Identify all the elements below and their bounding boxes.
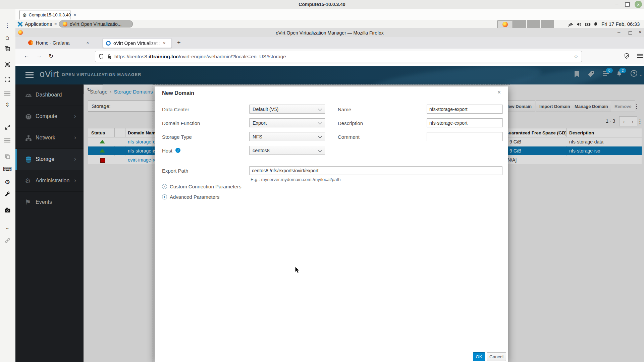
back-icon[interactable]: ← (24, 53, 30, 59)
ok-button[interactable]: OK (473, 352, 485, 361)
tab-ovirt[interactable]: oVirt Open Virtualization × (103, 38, 172, 48)
domain-function-label: Domain Function (162, 120, 200, 126)
menu-lines2-icon[interactable] (2, 136, 12, 145)
remote-window-titlebar: Compute15-10.0.3.40 – × (0, 0, 644, 9)
host-select[interactable]: centos8 (249, 146, 325, 155)
new-domain-dialog: New Domain × Data Center Default (V5) Do… (155, 86, 508, 362)
firefox-close-icon[interactable]: × (639, 29, 642, 35)
dialog-title: New Domain (162, 90, 194, 96)
description-label: Description (338, 120, 363, 126)
tray-app-button[interactable] (497, 20, 513, 28)
menu-lines-icon[interactable] (2, 89, 12, 98)
lock-icon[interactable] (107, 54, 112, 59)
network-icon[interactable] (568, 21, 573, 27)
custom-connection-parameters-expander[interactable]: › Custom Connection Parameters (162, 184, 241, 189)
screenshot-camera-icon[interactable] (2, 205, 12, 215)
tab-label: oVirt Open Virtualization (113, 41, 160, 46)
tab-grafana[interactable]: Home - Grafana × (23, 37, 94, 49)
expand-chevron-icon: › (162, 184, 167, 189)
close-tab-icon[interactable]: × (163, 41, 166, 46)
new-window-icon[interactable] (2, 44, 12, 53)
expand-chevron-icon: › (162, 194, 167, 199)
settings-gears-icon[interactable]: ⚙ (2, 177, 12, 187)
disconnect-link-icon[interactable] (2, 236, 12, 245)
minimize-icon[interactable]: – (613, 1, 620, 7)
name-input[interactable]: nfs-storage-export (427, 105, 503, 114)
export-path-hint: E.g.: myserver.mydomain.com:/my/local/pa… (251, 177, 341, 182)
close-icon[interactable]: × (635, 1, 642, 8)
remote-window-title: Compute15-10.0.3.40 (0, 2, 644, 7)
firefox-maximize-icon[interactable] (629, 31, 632, 35)
close-tab-icon[interactable]: × (86, 40, 89, 45)
info-icon: i (175, 148, 180, 153)
taskbar-window-button[interactable]: oVirt Open Virtualizatio... (59, 20, 133, 27)
firefox-navbar: ← → ↻ https://centos8.ittraining.loc/ovi… (15, 49, 644, 65)
bookmark-star-icon[interactable]: ☆ (574, 54, 578, 60)
taskbar-clock[interactable]: Fri 17 Feb, 06:33 (601, 21, 640, 27)
kebab-menu-icon[interactable]: ⋮ (2, 20, 12, 30)
battery-icon[interactable] (585, 21, 590, 27)
dialog-close-icon[interactable]: × (497, 89, 501, 96)
cancel-button[interactable]: Cancel (487, 352, 506, 361)
windows-icon[interactable] (2, 152, 12, 161)
firefox-minimize-icon[interactable]: – (618, 29, 620, 35)
tab-label: Home - Grafana (36, 40, 69, 46)
wrench-icon[interactable] (2, 189, 12, 199)
ovirt-favicon (106, 41, 111, 46)
comment-input[interactable] (427, 132, 503, 141)
applications-logo-icon[interactable] (17, 21, 23, 27)
storage-type-label: Storage Type (162, 134, 192, 140)
center-screen-icon[interactable] (2, 60, 12, 69)
mouse-cursor (295, 266, 301, 274)
firefox-titlebar: oVirt Open Virtualization Manager — Mozi… (15, 28, 644, 37)
session-icon: ⊗ (22, 12, 27, 18)
grafana-icon (28, 40, 33, 45)
caret-down-icon (318, 107, 322, 111)
domain-function-select[interactable]: Export (249, 118, 325, 127)
caret-down-icon (318, 121, 322, 124)
flame-icon (502, 22, 508, 27)
host-label: Host (162, 148, 172, 154)
description-input[interactable]: nfs-storage-export (427, 118, 503, 127)
remote-session-tab[interactable]: ⊗ Compute15-10.0.3.40 × (19, 10, 70, 19)
caret-down-icon (318, 134, 322, 138)
fit-window-icon[interactable]: ⇕ (2, 100, 12, 110)
notifications-bell-icon[interactable] (593, 21, 599, 27)
name-label: Name (338, 107, 351, 112)
remote-tab-strip: ⊗ Compute15-10.0.3.40 × (15, 9, 644, 20)
firefox-icon (63, 22, 67, 26)
tracking-shield-icon[interactable] (99, 54, 104, 60)
chevron-down-icon[interactable]: ⌄ (2, 223, 12, 232)
data-center-label: Data Center (162, 107, 189, 112)
expand-arrows-icon[interactable] (2, 122, 12, 132)
keyboard-icon[interactable]: ⌨ (2, 165, 12, 174)
advanced-parameters-expander[interactable]: › Advanced Parameters (162, 194, 219, 200)
maximize-icon[interactable] (625, 2, 630, 7)
storage-type-select[interactable]: NFS (249, 132, 325, 141)
reload-icon[interactable]: ↻ (49, 53, 53, 60)
comment-label: Comment (338, 134, 360, 140)
caret-down-icon (318, 148, 322, 152)
workspace-switcher[interactable] (513, 20, 554, 28)
firefox-tabbar: Home - Grafana × oVirt Open Virtualizati… (15, 37, 644, 49)
account-shield-icon[interactable] (624, 53, 630, 59)
session-tab-label: Compute15-10.0.3.40 (29, 12, 71, 17)
new-tab-button[interactable]: + (177, 39, 181, 46)
url-bar[interactable]: https://centos8.ittraining.loc/ovirt-eng… (95, 51, 582, 62)
applications-caret-icon: ≡ (54, 22, 57, 26)
volume-icon[interactable] (576, 21, 582, 27)
applications-menu[interactable]: Applications (25, 21, 52, 27)
desktop-taskbar: Applications ≡ oVirt Open Virtualizatio.… (15, 20, 644, 28)
data-center-select[interactable]: Default (V5) (249, 105, 325, 114)
remote-viewer-toolbar: ⋮ ⌂ ⇕ ⌨ ⚙ ⌄ (0, 9, 16, 362)
taskbar-window-label: oVirt Open Virtualizatio... (70, 21, 121, 27)
export-path-input[interactable]: centos8:/nfs/exports/ovirt/export (249, 166, 502, 175)
url-text: https://centos8.ittraining.loc/ovirt-eng… (114, 54, 286, 59)
forward-icon[interactable]: → (36, 53, 42, 59)
home-icon[interactable]: ⌂ (2, 33, 12, 42)
firefox-window-title: oVirt Open Virtualization Manager — Mozi… (15, 30, 644, 36)
hamburger-menu-icon[interactable] (637, 53, 643, 58)
fullscreen-icon[interactable] (2, 75, 12, 84)
export-path-label: Export Path (162, 168, 188, 174)
close-tab-icon[interactable]: × (73, 12, 76, 17)
